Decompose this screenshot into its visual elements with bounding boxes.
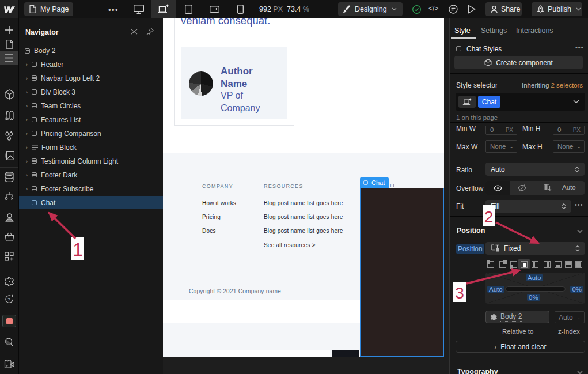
svg-text:?: ?	[7, 297, 10, 303]
